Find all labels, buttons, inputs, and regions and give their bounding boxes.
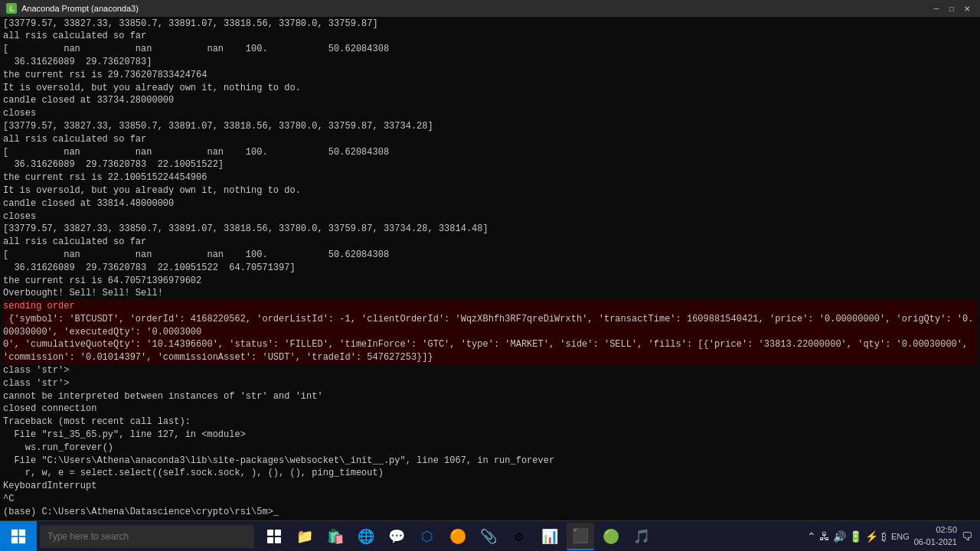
window-title: Anaconda Prompt (anaconda3) xyxy=(21,4,139,13)
store-icon[interactable]: 🛍️ xyxy=(322,523,349,550)
terminal-line: the current rsi is 29.736207833424764 xyxy=(3,69,977,82)
close-button[interactable]: ✕ xyxy=(960,2,974,15)
terminal-line: Overbought! Sell! Sell! Sell! xyxy=(3,287,977,300)
terminal-line: [33779.57, 33827.33, 33850.7, 33891.07, … xyxy=(3,223,977,236)
terminal-line: {'symbol': 'BTCUSDT', 'orderId': 4168220… xyxy=(3,313,977,339)
whatsapp-icon[interactable]: 💬 xyxy=(383,523,410,550)
terminal-line: 36.31626089 29.73620783 22.10051522 64.7… xyxy=(3,262,977,275)
terminal-line: 36.31626089 29.73620783 22.10051522] xyxy=(3,158,977,171)
taskbar-app-icons: 📁 🛍️ 🌐 💬 ⬡ 🟠 📎 ⚙️ 📊 ⬛ 🟢 🎵 xyxy=(260,523,655,550)
tray-arrow-icon[interactable]: ⌃ xyxy=(807,530,816,543)
terminal-line: It is oversold, but you already own it, … xyxy=(3,184,977,197)
terminal-line: (base) C:\Users\Athena\Datascience\crypt… xyxy=(3,506,977,519)
clock-date: 06-01-2021 xyxy=(914,536,957,548)
anaconda-icon: 🐍 xyxy=(6,3,17,14)
title-bar: 🐍 Anaconda Prompt (anaconda3) ─ □ ✕ xyxy=(0,0,980,17)
terminal-line: all rsis calculated so far xyxy=(3,30,977,43)
terminal-line: closed connection xyxy=(3,403,977,416)
file-explorer-icon[interactable]: 📁 xyxy=(291,523,318,550)
app9-icon[interactable]: 📊 xyxy=(536,523,564,550)
settings-icon[interactable]: ⚙️ xyxy=(505,523,533,550)
terminal-line: ^C xyxy=(3,493,977,506)
terminal-line: r, w, e = select.select((self.sock.sock,… xyxy=(3,467,977,480)
title-bar-left: 🐍 Anaconda Prompt (anaconda3) xyxy=(6,3,139,14)
bluetooth-icon[interactable]: ₿ xyxy=(881,530,887,543)
terminal-line: candle closed at 33734.28000000 xyxy=(3,94,977,107)
terminal-line: Traceback (most recent call last): xyxy=(3,416,977,429)
system-clock[interactable]: 02:50 06-01-2021 xyxy=(914,524,957,548)
office-icon[interactable]: 📎 xyxy=(475,523,502,550)
task-view-icon[interactable] xyxy=(260,523,288,550)
svg-rect-2 xyxy=(11,536,18,543)
terminal-line: It is oversold, but you already own it, … xyxy=(3,82,977,95)
start-button[interactable] xyxy=(0,521,37,552)
svg-rect-7 xyxy=(275,537,281,543)
terminal-line: the current rsi is 64.70571396979602 xyxy=(3,275,977,288)
terminal-line: the current rsi is 22.100515224454906 xyxy=(3,171,977,184)
svg-rect-5 xyxy=(275,530,281,536)
windows-icon xyxy=(11,529,26,544)
terminal-line: 36.31626089 29.73620783] xyxy=(3,56,977,69)
app11-icon[interactable]: 🟢 xyxy=(597,523,625,550)
terminal-line: class 'str'> xyxy=(3,364,977,377)
terminal-line: [ nan nan nan 100. 50.62084308 xyxy=(3,146,977,159)
orange-icon[interactable]: 🟠 xyxy=(444,523,472,550)
terminal-line: all rsis calculated so far xyxy=(3,133,977,146)
terminal-line: candle closed at 33814.48000000 xyxy=(3,197,977,210)
notification-icon[interactable]: 🗨 xyxy=(962,530,972,543)
terminal-line: 0', 'cumulativeQuoteQty': '10.14396600',… xyxy=(3,338,977,364)
app12-icon[interactable]: 🎵 xyxy=(628,523,655,550)
taskbar-right: ⌃ 🖧 🔊 🔋 ⚡ ₿ ENG 02:50 06-01-2021 🗨 xyxy=(807,524,980,548)
edge-icon[interactable]: 🌐 xyxy=(352,523,380,550)
vscode-icon[interactable]: ⬡ xyxy=(413,523,441,550)
terminal-line: [ nan nan nan 100. 50.62084308 xyxy=(3,43,977,56)
volume-icon[interactable]: 🔊 xyxy=(833,530,846,543)
terminal-line: File "rsi_35_65.py", line 127, in <modul… xyxy=(3,429,977,442)
battery2-icon[interactable]: ⚡ xyxy=(865,530,878,543)
app10-icon[interactable]: ⬛ xyxy=(567,523,594,550)
terminal-output: [ nan nan 100. 50.62084308 36.31626089]t… xyxy=(0,17,980,520)
clock-time: 02:50 xyxy=(914,524,957,536)
terminal-line: all rsis calculated so far xyxy=(3,236,977,249)
terminal-line: [33779.57, 33827.33, 33850.7, 33891.07, … xyxy=(3,18,977,31)
language-indicator[interactable]: ENG xyxy=(891,532,910,541)
maximize-button[interactable]: □ xyxy=(945,2,959,15)
svg-rect-0 xyxy=(11,529,18,535)
terminal-line: KeyboardInterrupt xyxy=(3,480,977,493)
svg-rect-1 xyxy=(19,529,25,535)
terminal-line: closes xyxy=(3,107,977,120)
terminal-line: [ nan nan nan 100. 50.62084308 xyxy=(3,249,977,262)
terminal-line: File "C:\Users\Athena\anaconda3\lib\site… xyxy=(3,455,977,468)
svg-rect-3 xyxy=(19,536,25,543)
terminal-line: closes xyxy=(3,210,977,223)
network-icon[interactable]: 🖧 xyxy=(819,530,830,543)
window-controls: ─ □ ✕ xyxy=(929,2,974,15)
terminal-line: sending order xyxy=(3,300,977,313)
terminal-line: [33779.57, 33827.33, 33850.7, 33891.07, … xyxy=(3,120,977,133)
svg-rect-4 xyxy=(267,530,273,536)
minimize-button[interactable]: ─ xyxy=(929,2,943,15)
taskbar: 📁 🛍️ 🌐 💬 ⬡ 🟠 📎 ⚙️ 📊 ⬛ 🟢 🎵 ⌃ 🖧 🔊 🔋 ⚡ ₿ xyxy=(0,520,980,551)
search-input[interactable] xyxy=(40,525,254,548)
system-tray: ⌃ 🖧 🔊 🔋 ⚡ ₿ xyxy=(807,530,887,543)
svg-rect-6 xyxy=(267,537,273,543)
terminal-line: class 'str'> xyxy=(3,377,977,390)
terminal-line: cannot be interpreted between instances … xyxy=(3,390,977,403)
terminal-line: ws.run_forever() xyxy=(3,442,977,455)
battery-icon[interactable]: 🔋 xyxy=(849,530,862,543)
